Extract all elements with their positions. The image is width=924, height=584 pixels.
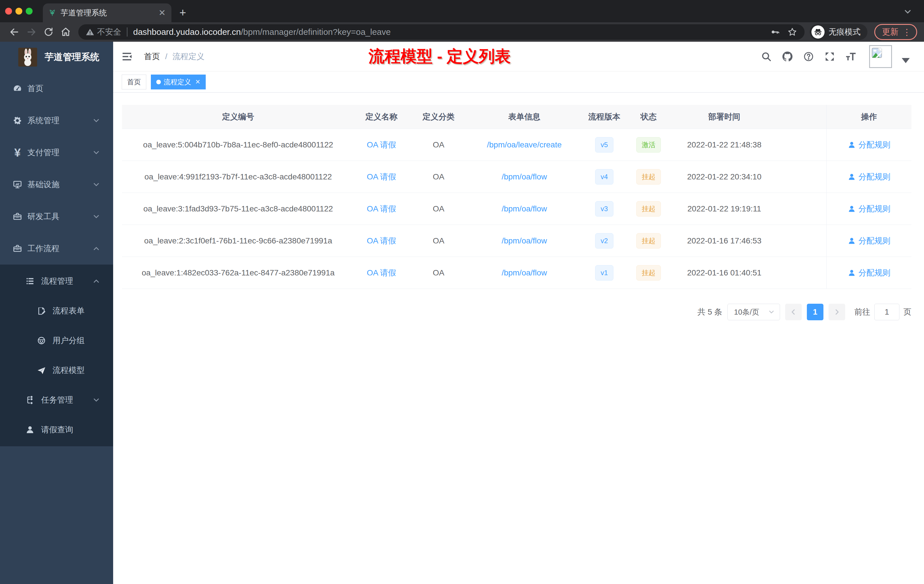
- avatar-dropdown-caret-icon[interactable]: [902, 58, 910, 63]
- tab-search-chevron-icon[interactable]: [903, 7, 912, 16]
- definition-name-link[interactable]: OA 请假: [367, 139, 396, 150]
- avatar[interactable]: [869, 45, 892, 68]
- incognito-label: 无痕模式: [828, 26, 861, 38]
- sidebar-item-payment[interactable]: ¥ 支付管理: [0, 137, 113, 168]
- col-header-status: 状态: [629, 105, 668, 129]
- chevron-down-icon: [92, 180, 101, 189]
- definition-name-link[interactable]: OA 请假: [367, 203, 396, 214]
- tab-title: 芋道管理系统: [61, 8, 156, 18]
- sidebar-item-process-management[interactable]: 流程管理: [0, 266, 113, 296]
- sidebar-item-process-model[interactable]: 流程模型: [0, 355, 113, 385]
- reload-button[interactable]: [41, 25, 56, 40]
- maximize-window-button[interactable]: [26, 8, 33, 15]
- sidebar-item-leave-query[interactable]: 请假查询: [0, 415, 113, 445]
- col-header-operation: 操作: [826, 105, 911, 129]
- breadcrumb-home[interactable]: 首页: [144, 51, 160, 62]
- page-number-button[interactable]: 1: [807, 304, 823, 320]
- browser-toolbar: 不安全 dashboard.yudao.iocoder.cn/bpm/manag…: [0, 22, 924, 42]
- minimize-window-button[interactable]: [15, 8, 22, 15]
- definition-name-link[interactable]: OA 请假: [367, 267, 396, 278]
- user-icon: [848, 205, 856, 213]
- bookmark-star-icon[interactable]: [787, 27, 797, 37]
- navbar-actions: [761, 45, 910, 68]
- sidebar-item-process-form[interactable]: 流程表单: [0, 296, 113, 326]
- tag-close-icon[interactable]: ✕: [195, 78, 200, 86]
- help-icon[interactable]: [803, 51, 814, 62]
- version-badge: v1: [595, 265, 613, 280]
- sidebar-item-user-group[interactable]: 用户分组: [0, 326, 113, 355]
- window-controls[interactable]: [5, 8, 33, 15]
- col-header-deploy-time: 部署时间: [668, 105, 780, 129]
- warning-triangle-icon: [86, 28, 94, 36]
- status-badge: 挂起: [636, 233, 661, 249]
- col-header-process-version: 流程版本: [580, 105, 629, 129]
- form-link[interactable]: /bpm/oa/flow: [502, 204, 547, 213]
- pagination: 共 5 条 10条/页 1 前往 页: [122, 304, 911, 320]
- chevron-up-icon: [92, 244, 101, 253]
- font-size-icon[interactable]: [845, 51, 856, 62]
- user-icon: [25, 425, 35, 435]
- chevron-down-icon: [768, 308, 775, 316]
- definition-name-link[interactable]: OA 请假: [367, 236, 396, 246]
- assign-rule-button[interactable]: 分配规则: [848, 236, 891, 246]
- browser-menu-dots-icon[interactable]: ⋮: [903, 27, 911, 37]
- url-text[interactable]: dashboard.yudao.iocoder.cn/bpm/manager/d…: [133, 27, 770, 37]
- page-size-select[interactable]: 10条/页: [728, 304, 780, 320]
- form-link[interactable]: /bpm/oa/flow: [502, 236, 547, 246]
- next-page-button[interactable]: [828, 304, 845, 320]
- hamburger-icon[interactable]: [121, 51, 132, 62]
- form-link[interactable]: /bpm/oa/flow: [502, 268, 547, 277]
- chevron-up-icon: [92, 277, 101, 285]
- list-icon: [25, 276, 35, 286]
- security-warning[interactable]: 不安全: [86, 26, 121, 38]
- assign-rule-button[interactable]: 分配规则: [848, 203, 891, 214]
- table-row: oa_leave:4:991f2193-7b7f-11ec-a3c8-acde4…: [122, 161, 911, 193]
- sidebar-logo[interactable]: 芋道管理系统: [0, 42, 113, 73]
- tag-process-definition[interactable]: 流程定义 ✕: [151, 74, 206, 89]
- version-badge: v4: [595, 169, 613, 185]
- version-badge: v5: [595, 137, 613, 153]
- browser-update-button[interactable]: 更新 ⋮: [874, 24, 917, 40]
- chevron-down-icon: [92, 396, 101, 404]
- sidebar-item-devtools[interactable]: 研发工具: [0, 201, 113, 233]
- form-link[interactable]: /bpm/oa/leave/create: [487, 140, 562, 149]
- url-bar[interactable]: 不安全 dashboard.yudao.iocoder.cn/bpm/manag…: [78, 24, 805, 40]
- assign-rule-button[interactable]: 分配规则: [848, 267, 891, 278]
- sidebar-item-task-management[interactable]: 任务管理: [0, 385, 113, 415]
- sidebar-item-workflow[interactable]: 工作流程: [0, 233, 113, 265]
- forward-button[interactable]: [24, 25, 39, 40]
- password-key-icon[interactable]: [770, 27, 780, 37]
- tab-close-icon[interactable]: ✕: [158, 8, 166, 17]
- col-header-definition-name: 定义名称: [354, 105, 409, 129]
- prev-page-button[interactable]: [785, 304, 802, 320]
- form-link[interactable]: /bpm/oa/flow: [502, 172, 547, 181]
- back-button[interactable]: [7, 25, 22, 40]
- assign-rule-button[interactable]: 分配规则: [848, 172, 891, 182]
- home-button[interactable]: [58, 25, 73, 40]
- goto-page-input[interactable]: [874, 304, 899, 320]
- sidebar-item-home[interactable]: 首页: [0, 73, 113, 105]
- col-header-form-info: 表单信息: [469, 105, 580, 129]
- definition-id: oa_leave:2:3c1f0ef1-76b1-11ec-9c66-a2380…: [122, 225, 354, 257]
- close-window-button[interactable]: [5, 8, 12, 15]
- github-icon[interactable]: [782, 51, 793, 62]
- definition-id: oa_leave:1:482ec033-762a-11ec-8477-a2380…: [122, 257, 354, 289]
- fullscreen-icon[interactable]: [824, 51, 835, 62]
- tag-home[interactable]: 首页: [122, 74, 146, 89]
- chevron-right-icon: [833, 308, 841, 316]
- definition-name-link[interactable]: OA 请假: [367, 172, 396, 182]
- robot-face-icon: [36, 336, 46, 345]
- toolbox-icon: [13, 212, 22, 221]
- search-icon[interactable]: [761, 51, 772, 62]
- sidebar-item-infrastructure[interactable]: 基础设施: [0, 168, 113, 201]
- definition-category: OA: [409, 225, 469, 257]
- sidebar-item-system[interactable]: 系统管理: [0, 105, 113, 137]
- browser-tab[interactable]: 芋道管理系统 ✕: [43, 3, 172, 22]
- new-tab-button[interactable]: +: [180, 7, 186, 18]
- page-content: 定义编号 定义名称 定义分类 表单信息 流程版本 状态 部署时间 操作 oa_l…: [113, 92, 924, 584]
- active-dot-icon: [156, 80, 161, 84]
- tags-view: 首页 流程定义 ✕: [113, 71, 924, 92]
- assign-rule-button[interactable]: 分配规则: [848, 139, 891, 150]
- status-badge: 挂起: [636, 201, 661, 216]
- annotation-title: 流程模型 - 定义列表: [369, 46, 511, 68]
